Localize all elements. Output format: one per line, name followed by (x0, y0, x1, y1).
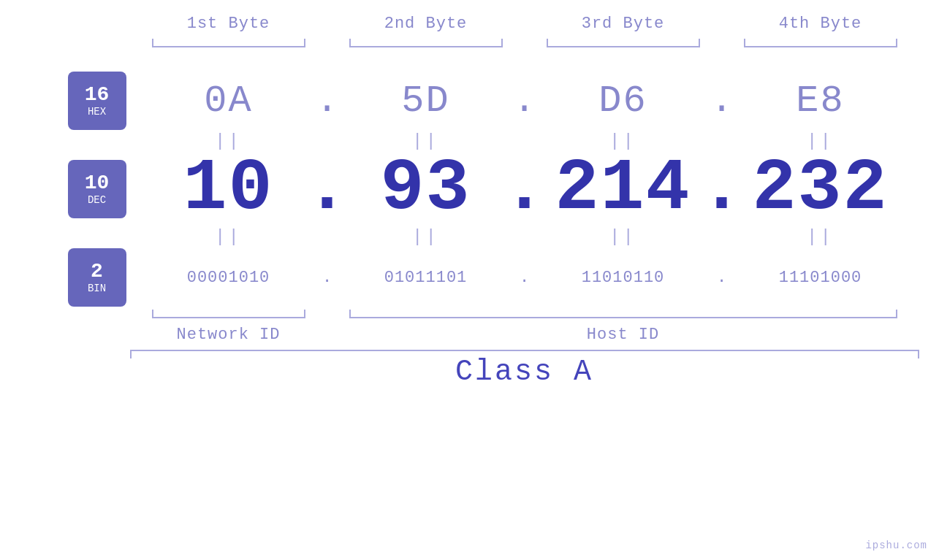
dec-val-1: 10 (152, 153, 305, 226)
bin-dot-2: . (503, 269, 547, 287)
bottom-bracket-network (130, 310, 327, 324)
dec-badge-col: 10 DEC (42, 160, 152, 218)
hex-dot-3: . (700, 80, 744, 123)
network-id-label: Network ID (130, 326, 327, 344)
hex-badge-number: 16 (85, 84, 110, 107)
dec-badge-number: 10 (85, 172, 110, 195)
bin-row: 2 BIN 00001010 . 01011101 . 11010110 . 1… (0, 248, 939, 307)
dec-badge-label: DEC (88, 194, 106, 206)
hex-dot-2: . (503, 80, 547, 123)
hex-badge-label: HEX (88, 106, 106, 118)
top-bracket-1 (130, 39, 327, 53)
byte-label-2: 2nd Byte (327, 15, 525, 33)
top-bracket-2 (327, 39, 525, 53)
hex-val-4: E8 (744, 80, 897, 123)
top-bracket-4 (722, 39, 919, 53)
byte-label-4: 4th Byte (722, 15, 919, 33)
byte-label-3: 3rd Byte (525, 15, 722, 33)
equals-8: || (722, 227, 919, 247)
bin-badge: 2 BIN (68, 248, 126, 307)
bottom-brackets-row (0, 310, 939, 324)
bin-dot-1: . (305, 269, 349, 287)
hex-row: 16 HEX 0A . 5D . D6 . E8 (0, 72, 939, 130)
bin-val-1: 00001010 (152, 269, 305, 287)
class-label-row: Class A (0, 356, 939, 388)
hex-dot-1: . (305, 80, 349, 123)
class-line (130, 350, 919, 351)
id-labels-row: Network ID Host ID (0, 326, 939, 344)
watermark: ipshu.com (865, 540, 927, 551)
hex-val-1: 0A (152, 80, 305, 123)
equals-7: || (525, 227, 722, 247)
main-container: 1st Byte 2nd Byte 3rd Byte 4th Byte 16 H… (0, 0, 939, 560)
dec-row: 10 DEC 10 . 93 . 214 . 232 (0, 153, 939, 226)
bin-badge-label: BIN (88, 283, 106, 294)
hex-val-3: D6 (547, 80, 700, 123)
bin-val-3: 11010110 (547, 269, 700, 287)
dec-dot-3: . (700, 153, 744, 226)
bin-val-2: 01011101 (349, 269, 503, 287)
bottom-bracket-host (327, 310, 919, 324)
dec-val-4: 232 (744, 153, 897, 226)
bin-val-4: 11101000 (744, 269, 897, 287)
byte-label-1: 1st Byte (130, 15, 327, 33)
hex-badge-col: 16 HEX (42, 72, 152, 130)
top-bracket-3 (525, 39, 722, 53)
equals-5: || (130, 227, 327, 247)
bin-badge-number: 2 (91, 261, 103, 283)
hex-val-2: 5D (349, 80, 503, 123)
bin-badge-col: 2 BIN (42, 248, 152, 307)
dec-val-3: 214 (547, 153, 700, 226)
dec-dot-1: . (305, 153, 349, 226)
host-id-label: Host ID (327, 326, 919, 344)
dec-badge: 10 DEC (68, 160, 126, 218)
top-brackets-row (0, 39, 939, 53)
hex-badge: 16 HEX (68, 72, 126, 130)
dec-val-2: 93 (349, 153, 503, 226)
equals-row-2: || || || || (0, 227, 939, 247)
bin-dot-3: . (700, 269, 744, 287)
dec-dot-2: . (503, 153, 547, 226)
equals-6: || (327, 227, 525, 247)
class-label: Class A (130, 356, 919, 388)
class-line-container (0, 350, 939, 351)
byte-labels-row: 1st Byte 2nd Byte 3rd Byte 4th Byte (0, 15, 939, 33)
